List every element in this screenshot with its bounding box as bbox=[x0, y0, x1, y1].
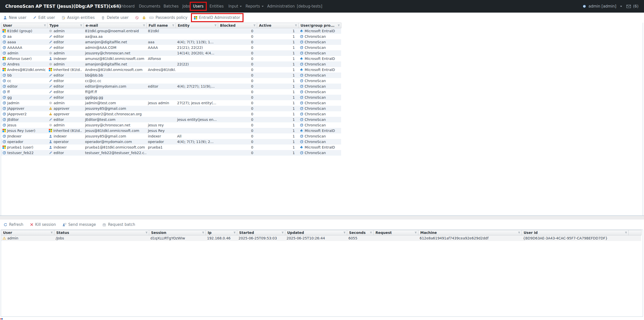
block-button[interactable] bbox=[135, 16, 139, 20]
filter-icon[interactable] bbox=[44, 24, 46, 27]
filter-icon[interactable] bbox=[202, 232, 205, 234]
cell: 4(4); 7(7); 11(9); 1... bbox=[176, 39, 218, 45]
user-row[interactable]: Jesus Rey (user)Inherited (81td...jesus@… bbox=[1, 128, 341, 133]
user-row[interactable]: ffeditorff@ff.ff01ChronoScan bbox=[1, 89, 341, 95]
nav-item-users[interactable]: Users bbox=[193, 0, 204, 13]
cell bbox=[146, 111, 176, 117]
column-header-type[interactable]: Type bbox=[47, 23, 84, 28]
cell: 0 bbox=[218, 45, 257, 50]
nav-item-jobs[interactable]: Jobs bbox=[182, 0, 190, 13]
filter-icon[interactable] bbox=[233, 232, 236, 234]
filter-icon[interactable] bbox=[172, 24, 175, 27]
nav-item-batches[interactable]: Batches bbox=[164, 0, 179, 13]
nav-item-debug-tests[interactable]: [debug-tests] bbox=[297, 0, 322, 13]
user-row[interactable]: aaeditoraa@aa.aa01ChronoScan bbox=[1, 34, 341, 39]
column-header-blocked[interactable]: Blocked bbox=[218, 23, 257, 28]
user-row[interactable]: Andresadminamanjon@digitalfile.net22(22)… bbox=[1, 61, 341, 67]
delete-user-button[interactable]: Delete user bbox=[101, 15, 129, 20]
user-row[interactable]: JApprover2approverapprover2@test.chronos… bbox=[1, 111, 341, 117]
chevron-down-icon[interactable] bbox=[620, 6, 622, 7]
user-row[interactable]: testuser_feb22editortestuser_feb22@testu… bbox=[1, 150, 341, 156]
user-row[interactable]: JEditoreditorJEditor@test.comjesus entit… bbox=[1, 117, 341, 122]
user-row[interactable]: 81tdkl (group)admin81tdkl.group@noemail.… bbox=[1, 28, 341, 34]
assign-entities-button[interactable]: Assign entities bbox=[62, 15, 95, 20]
kill-session-button[interactable]: Kill session bbox=[30, 222, 56, 227]
cell bbox=[176, 145, 218, 150]
nav-item-input[interactable]: Input bbox=[228, 0, 242, 13]
passwords-policy-button[interactable]: Passwords policy bbox=[149, 15, 187, 20]
nav-item-administration[interactable]: Administration bbox=[267, 0, 295, 13]
column-header-user-id[interactable]: User id bbox=[521, 230, 628, 235]
column-header-entity[interactable]: Entity bbox=[176, 23, 218, 28]
filter-icon[interactable] bbox=[145, 232, 148, 234]
new-user-button[interactable]: New user bbox=[3, 15, 26, 20]
user-row[interactable]: AAAAAAeditoradmin@AAA.COMAAAA21(21); 22(… bbox=[1, 45, 341, 50]
column-header-session[interactable]: Session bbox=[149, 230, 206, 235]
filter-icon[interactable] bbox=[50, 232, 53, 234]
filter-icon[interactable] bbox=[281, 232, 284, 234]
cell bbox=[146, 61, 176, 67]
nav-item-documents[interactable]: Documents bbox=[139, 0, 160, 13]
send-message-button[interactable]: Send message bbox=[62, 222, 96, 227]
filter-icon[interactable] bbox=[625, 232, 627, 234]
request-batch-button[interactable]: Request batch bbox=[102, 222, 135, 227]
column-header-status[interactable]: Status bbox=[54, 230, 149, 235]
user-row[interactable]: JIndexerindexerjesusrey85@gmail.comindex… bbox=[1, 133, 341, 139]
nav-item-reports[interactable]: Reports bbox=[246, 0, 264, 13]
nav-item-entities[interactable]: Entities bbox=[210, 0, 224, 13]
column-header-user[interactable]: User bbox=[1, 230, 54, 235]
column-header-e-mail[interactable]: e-mail bbox=[84, 23, 146, 28]
filter-icon[interactable] bbox=[295, 24, 297, 27]
user-row[interactable]: Andres@81tdkl.onmic...Inherited (81td...… bbox=[1, 67, 341, 73]
envelope-icon[interactable] bbox=[626, 5, 631, 8]
cell bbox=[146, 89, 176, 95]
filter-icon[interactable] bbox=[343, 232, 346, 234]
filter-icon[interactable] bbox=[214, 24, 217, 27]
filter-icon[interactable] bbox=[253, 24, 256, 27]
column-header-active[interactable]: Active bbox=[257, 23, 298, 28]
column-header-user[interactable]: User bbox=[1, 23, 47, 28]
user-row[interactable]: jesusadminjesusrey@chronoscan.netjesus r… bbox=[1, 122, 341, 128]
column-header-label: Ip bbox=[208, 231, 212, 235]
user-row[interactable]: adminadminjesusrey@chronoscan.net14(14);… bbox=[1, 50, 341, 56]
user-row[interactable]: bbeditorbb@bb.bb01ChronoScan bbox=[1, 73, 341, 78]
user-row[interactable]: cceditorcc@cc.cc01ChronoScan bbox=[1, 78, 341, 84]
nav-item-dashboard[interactable]: Dashboard bbox=[114, 0, 135, 13]
column-header-started[interactable]: Started bbox=[237, 230, 285, 235]
filter-icon[interactable] bbox=[143, 24, 145, 27]
user-row[interactable]: aaaaeditoramanjon@digitalfile.netaaa4(4)… bbox=[1, 39, 341, 45]
refresh-button[interactable]: Refresh bbox=[4, 222, 23, 227]
cell: 612e8a619491af7439cea92e629d2ddf bbox=[418, 235, 521, 241]
entraid-administrator-button[interactable]: EntraID Administrator bbox=[194, 15, 240, 20]
message-count[interactable]: (6) bbox=[633, 4, 638, 9]
splitter-handle[interactable] bbox=[0, 216, 644, 220]
column-header-machine[interactable]: Machine bbox=[418, 230, 521, 235]
column-header-ip[interactable]: Ip bbox=[206, 230, 237, 235]
cell: jesusrey@chronoscan.net bbox=[84, 122, 146, 128]
column-header-updated[interactable]: Updated bbox=[285, 230, 347, 235]
cell: ChronoScan bbox=[298, 45, 341, 50]
edit-user-button[interactable]: Edit user bbox=[33, 15, 55, 20]
filter-icon[interactable] bbox=[370, 232, 372, 234]
user-row[interactable]: JApproverapproverjesusrey85@gmail.com01C… bbox=[1, 106, 341, 111]
user-menu[interactable]: admin [admin] bbox=[588, 4, 616, 9]
filter-icon[interactable] bbox=[80, 24, 83, 27]
column-header-request[interactable]: Request bbox=[373, 230, 418, 235]
filter-icon[interactable] bbox=[518, 232, 520, 234]
column-header-full-name[interactable]: Full name bbox=[146, 23, 176, 28]
user-row[interactable]: editoreditoreditor@mydomain.comeditor4(4… bbox=[1, 84, 341, 89]
user-row[interactable]: ggeditorgg@gg.gg01ChronoScan bbox=[1, 95, 341, 100]
filter-icon[interactable] bbox=[337, 24, 340, 27]
filter-icon[interactable] bbox=[414, 232, 417, 234]
cell: ff@ff.ff bbox=[84, 89, 146, 95]
column-header-user-group-pro-[interactable]: User/group pro... bbox=[298, 23, 341, 28]
user-row[interactable]: operadoroperatoroperador@mydomain.comope… bbox=[1, 139, 341, 145]
session-row[interactable]: admin/Jobsd1qXLLIRTgYOzWIw192.168.0.4620… bbox=[1, 235, 641, 241]
column-header-seconds[interactable]: Seconds bbox=[347, 230, 373, 235]
user-row[interactable]: Alfonso (user)indexeramunoz@81tdkl.onmic… bbox=[1, 56, 341, 61]
block-icon bbox=[135, 16, 139, 20]
cell-label: Microsoft EntraID bbox=[305, 129, 335, 133]
lock-button[interactable] bbox=[142, 16, 146, 20]
user-row[interactable]: prueba1 (user)indexerprueba1@81tdkl.onmi… bbox=[1, 145, 341, 150]
user-row[interactable]: Jadminadminjadmin@test.comjesus admin27(… bbox=[1, 100, 341, 106]
